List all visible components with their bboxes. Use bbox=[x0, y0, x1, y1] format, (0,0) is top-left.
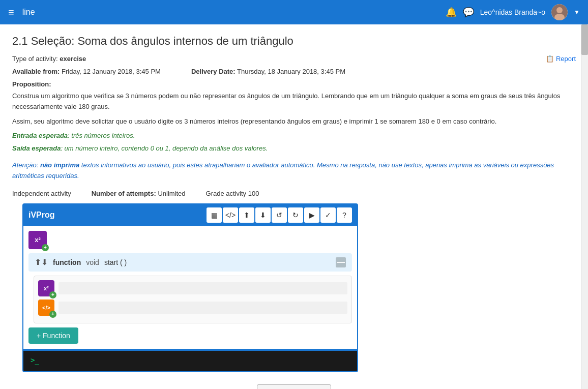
header-left: ≡ line bbox=[8, 7, 35, 18]
function-arrows[interactable]: ⬆⬇ bbox=[35, 257, 48, 267]
available-from-label: Available from: bbox=[12, 68, 60, 75]
chat-icon[interactable]: 💬 bbox=[463, 7, 474, 18]
plus-badge-top: + bbox=[42, 244, 49, 251]
attempts-value: Unlimited bbox=[158, 190, 185, 197]
grade-info: Grade activity 100 bbox=[206, 190, 259, 197]
toolbar-upload-btn[interactable]: ⬆ bbox=[239, 207, 254, 223]
atencao-bold: não imprima bbox=[40, 161, 79, 169]
available-from: Available from: Friday, 12 January 2018,… bbox=[12, 68, 161, 75]
activity-info-bar: Independent activity Number of attempts:… bbox=[12, 190, 576, 197]
dates-row: Available from: Friday, 12 January 2018,… bbox=[12, 68, 576, 75]
main-content: 2.1 Seleção: Soma dos ângulos internos d… bbox=[0, 24, 588, 389]
terminal-prompt: >_ bbox=[31, 356, 39, 364]
toolbar-redo-btn[interactable]: ↻ bbox=[288, 207, 303, 223]
ivprog-widget: iVProg ▦ </> ⬆ ⬇ ↺ ↻ ▶ ✓ ? x² + bbox=[22, 203, 358, 372]
atencao-after: textos informativos ao usuário, pois est… bbox=[12, 161, 554, 179]
chevron-down-icon[interactable]: ▼ bbox=[574, 9, 580, 16]
independent-label: Independent activity bbox=[12, 190, 71, 197]
ivprog-toolbar: iVProg ▦ </> ⬆ ⬇ ↺ ↻ ▶ ✓ ? bbox=[23, 204, 357, 226]
scrollbar[interactable] bbox=[581, 24, 588, 389]
header: ≡ line 🔔 💬 Leo^nidas Branda~o ▼ bbox=[0, 0, 588, 24]
add-variable-btn-top[interactable]: x² + bbox=[28, 231, 47, 249]
ivprog-logo: iVProg bbox=[28, 211, 55, 220]
available-from-value: Friday, 12 January 2018, 3:45 PM bbox=[62, 68, 161, 75]
add-code-btn-inner[interactable]: </> + bbox=[38, 300, 54, 316]
inner-line-code bbox=[58, 302, 347, 314]
function-type: void bbox=[86, 258, 99, 266]
grade-label: Grade activity bbox=[206, 190, 246, 197]
function-keyword: function bbox=[53, 258, 81, 266]
report-link[interactable]: 📋 Report bbox=[546, 55, 576, 63]
saida-text: : um número inteiro, contendo 0 ou 1, de… bbox=[61, 144, 268, 152]
inner-line-var bbox=[58, 282, 347, 294]
submit-row: Submit assign bbox=[12, 384, 576, 389]
report-icon: 📋 bbox=[546, 55, 554, 63]
var-add-row-top: x² + bbox=[28, 231, 352, 249]
atencao-before: Atenção: bbox=[12, 161, 40, 169]
report-label: Report bbox=[556, 55, 576, 63]
add-function-btn[interactable]: + Function bbox=[28, 327, 78, 344]
user-name[interactable]: Leo^nidas Branda~o bbox=[480, 8, 545, 16]
plus-badge-inner: + bbox=[49, 291, 56, 298]
saida-label: Saída esperada bbox=[12, 144, 61, 152]
scrollbar-thumb bbox=[581, 24, 588, 55]
submit-assign-button[interactable]: Submit assign bbox=[257, 384, 331, 389]
activity-type: Type of activity: exercise bbox=[12, 55, 86, 63]
entrada-text: : três números inteiros. bbox=[68, 132, 135, 139]
grade-value: 100 bbox=[248, 190, 259, 197]
toolbar-check-btn[interactable]: ✓ bbox=[320, 207, 336, 223]
proposition-text2: Assim, seu algoritmo deve solicitar que … bbox=[12, 116, 576, 127]
header-title: line bbox=[22, 8, 35, 17]
activity-type-value: exercise bbox=[60, 55, 86, 63]
hamburger-icon[interactable]: ≡ bbox=[8, 7, 14, 18]
inner-code-row: </> + bbox=[38, 300, 347, 316]
svg-point-1 bbox=[556, 7, 563, 13]
entrada-label: Entrada esperada bbox=[12, 132, 68, 139]
entrada-esperada: Entrada esperada: três números inteiros. bbox=[12, 131, 576, 141]
ivprog-terminal: >_ bbox=[23, 351, 357, 371]
atencao-text: Atenção: não imprima textos informativos… bbox=[12, 160, 576, 182]
proposition-text1: Construa um algoritmo que verifica se 3 … bbox=[12, 91, 576, 112]
toolbar-help-btn[interactable]: ? bbox=[337, 207, 352, 223]
toolbar-run-btn[interactable]: ▶ bbox=[304, 207, 319, 223]
toolbar-code-btn[interactable]: </> bbox=[223, 207, 238, 223]
inner-var-row: x² + bbox=[38, 280, 347, 296]
activity-type-label: Type of activity: bbox=[12, 55, 58, 63]
delivery-date-label: Delivery Date: bbox=[191, 68, 236, 75]
ivprog-editor: x² + ⬆⬇ function void start ( ) — x² + bbox=[23, 226, 357, 349]
avatar[interactable] bbox=[551, 4, 568, 20]
attempts-info: Number of attempts: Unlimited bbox=[92, 190, 186, 197]
function-name: start ( ) bbox=[104, 258, 127, 266]
header-right: 🔔 💬 Leo^nidas Branda~o ▼ bbox=[446, 4, 580, 20]
plus-badge-code: + bbox=[49, 311, 56, 318]
page-title: 2.1 Seleção: Soma dos ângulos internos d… bbox=[12, 35, 576, 48]
function-body: x² + </> + bbox=[34, 276, 352, 323]
meta-row: Type of activity: exercise 📋 Report bbox=[12, 55, 576, 65]
toolbar-undo-btn[interactable]: ↺ bbox=[272, 207, 287, 223]
add-variable-btn-inner[interactable]: x² + bbox=[38, 280, 54, 296]
delivery-date: Delivery Date: Thursday, 18 January 2018… bbox=[191, 68, 345, 75]
meta-left: Type of activity: exercise bbox=[12, 55, 86, 65]
delivery-date-value: Thursday, 18 January 2018, 3:45 PM bbox=[237, 68, 345, 75]
proposition-label: Proposition: bbox=[12, 80, 576, 88]
toolbar-layout-btn[interactable]: ▦ bbox=[207, 207, 222, 223]
toolbar-buttons: ▦ </> ⬆ ⬇ ↺ ↻ ▶ ✓ ? bbox=[207, 207, 352, 223]
bell-icon[interactable]: 🔔 bbox=[446, 7, 457, 18]
saida-esperada: Saída esperada: um número inteiro, conte… bbox=[12, 143, 576, 154]
function-row: ⬆⬇ function void start ( ) — bbox=[28, 253, 352, 272]
attempts-label: Number of attempts: bbox=[92, 190, 156, 197]
function-collapse-btn[interactable]: — bbox=[336, 257, 346, 267]
toolbar-download-btn[interactable]: ⬇ bbox=[255, 207, 271, 223]
